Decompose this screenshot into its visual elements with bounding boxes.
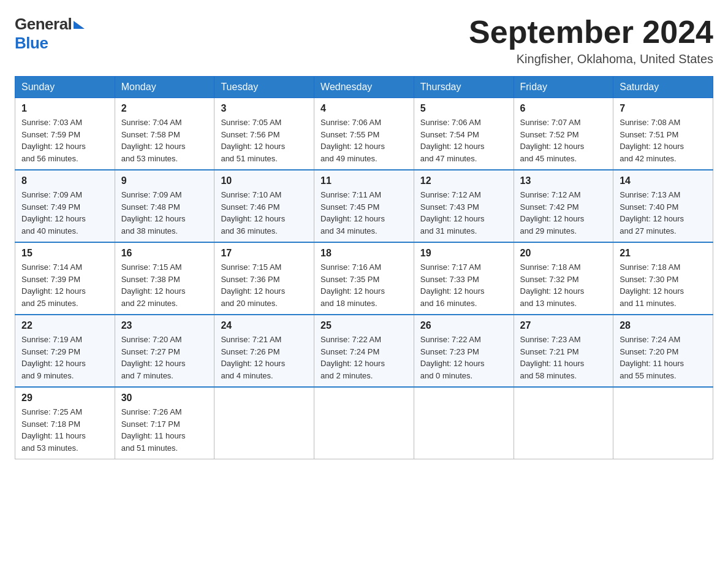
day-info: Sunrise: 7:09 AMSunset: 7:48 PMDaylight:… bbox=[121, 189, 208, 237]
logo: General Blue bbox=[15, 15, 85, 53]
calendar-cell: 3Sunrise: 7:05 AMSunset: 7:56 PMDaylight… bbox=[214, 98, 314, 170]
calendar-cell: 20Sunrise: 7:18 AMSunset: 7:32 PMDayligh… bbox=[514, 242, 613, 315]
calendar-cell: 13Sunrise: 7:12 AMSunset: 7:42 PMDayligh… bbox=[514, 170, 613, 242]
day-number: 16 bbox=[121, 248, 208, 259]
calendar-week-row: 8Sunrise: 7:09 AMSunset: 7:49 PMDaylight… bbox=[15, 170, 713, 242]
calendar-cell bbox=[214, 387, 314, 459]
calendar-cell bbox=[314, 387, 414, 459]
calendar-cell: 8Sunrise: 7:09 AMSunset: 7:49 PMDaylight… bbox=[15, 170, 115, 242]
day-number: 5 bbox=[420, 103, 507, 114]
calendar-week-row: 1Sunrise: 7:03 AMSunset: 7:59 PMDaylight… bbox=[15, 98, 713, 170]
calendar-cell: 6Sunrise: 7:07 AMSunset: 7:52 PMDaylight… bbox=[514, 98, 613, 170]
calendar-cell: 23Sunrise: 7:20 AMSunset: 7:27 PMDayligh… bbox=[115, 315, 214, 387]
calendar-cell: 4Sunrise: 7:06 AMSunset: 7:55 PMDaylight… bbox=[314, 98, 414, 170]
day-number: 13 bbox=[520, 175, 607, 186]
calendar-cell: 1Sunrise: 7:03 AMSunset: 7:59 PMDaylight… bbox=[15, 98, 115, 170]
calendar-cell: 27Sunrise: 7:23 AMSunset: 7:21 PMDayligh… bbox=[514, 315, 613, 387]
calendar-cell: 25Sunrise: 7:22 AMSunset: 7:24 PMDayligh… bbox=[314, 315, 414, 387]
calendar-cell: 19Sunrise: 7:17 AMSunset: 7:33 PMDayligh… bbox=[414, 242, 514, 315]
weekday-header-monday: Monday bbox=[115, 77, 214, 98]
weekday-header-thursday: Thursday bbox=[414, 77, 514, 98]
logo-general-text: General bbox=[15, 15, 72, 34]
day-number: 19 bbox=[420, 248, 507, 259]
calendar-cell: 28Sunrise: 7:24 AMSunset: 7:20 PMDayligh… bbox=[613, 315, 713, 387]
title-area: September 2024 Kingfisher, Oklahoma, Uni… bbox=[469, 15, 713, 66]
day-number: 23 bbox=[121, 320, 208, 331]
day-number: 15 bbox=[21, 248, 108, 259]
day-number: 30 bbox=[121, 393, 208, 404]
day-info: Sunrise: 7:18 AMSunset: 7:30 PMDaylight:… bbox=[620, 261, 707, 309]
calendar-table: SundayMondayTuesdayWednesdayThursdayFrid… bbox=[15, 76, 713, 459]
logo-blue-text: Blue bbox=[15, 34, 48, 52]
day-info: Sunrise: 7:11 AMSunset: 7:45 PMDaylight:… bbox=[320, 189, 408, 237]
calendar-cell: 21Sunrise: 7:18 AMSunset: 7:30 PMDayligh… bbox=[613, 242, 713, 315]
day-number: 25 bbox=[320, 320, 408, 331]
calendar-cell bbox=[613, 387, 713, 459]
day-number: 17 bbox=[221, 248, 308, 259]
day-info: Sunrise: 7:03 AMSunset: 7:59 PMDaylight:… bbox=[21, 117, 108, 164]
day-number: 27 bbox=[520, 320, 607, 331]
page-header: General Blue September 2024 Kingfisher, … bbox=[15, 15, 713, 66]
weekday-header-saturday: Saturday bbox=[613, 77, 713, 98]
day-info: Sunrise: 7:26 AMSunset: 7:17 PMDaylight:… bbox=[121, 406, 208, 454]
day-info: Sunrise: 7:05 AMSunset: 7:56 PMDaylight:… bbox=[221, 117, 308, 164]
day-info: Sunrise: 7:21 AMSunset: 7:26 PMDaylight:… bbox=[221, 334, 308, 381]
weekday-header-wednesday: Wednesday bbox=[314, 77, 414, 98]
day-number: 8 bbox=[21, 175, 108, 186]
weekday-header-tuesday: Tuesday bbox=[214, 77, 314, 98]
day-number: 9 bbox=[121, 175, 208, 186]
day-number: 18 bbox=[320, 248, 408, 259]
weekday-header-friday: Friday bbox=[514, 77, 613, 98]
calendar-week-row: 15Sunrise: 7:14 AMSunset: 7:39 PMDayligh… bbox=[15, 242, 713, 315]
day-number: 24 bbox=[221, 320, 308, 331]
calendar-cell: 30Sunrise: 7:26 AMSunset: 7:17 PMDayligh… bbox=[115, 387, 214, 459]
month-title: September 2024 bbox=[469, 15, 713, 50]
day-number: 4 bbox=[320, 103, 408, 114]
day-info: Sunrise: 7:19 AMSunset: 7:29 PMDaylight:… bbox=[21, 334, 108, 381]
day-info: Sunrise: 7:22 AMSunset: 7:23 PMDaylight:… bbox=[420, 334, 507, 381]
day-info: Sunrise: 7:20 AMSunset: 7:27 PMDaylight:… bbox=[121, 334, 208, 381]
day-info: Sunrise: 7:12 AMSunset: 7:43 PMDaylight:… bbox=[420, 189, 507, 237]
day-info: Sunrise: 7:22 AMSunset: 7:24 PMDaylight:… bbox=[320, 334, 408, 381]
calendar-week-row: 22Sunrise: 7:19 AMSunset: 7:29 PMDayligh… bbox=[15, 315, 713, 387]
calendar-cell: 9Sunrise: 7:09 AMSunset: 7:48 PMDaylight… bbox=[115, 170, 214, 242]
day-info: Sunrise: 7:24 AMSunset: 7:20 PMDaylight:… bbox=[620, 334, 707, 381]
day-info: Sunrise: 7:14 AMSunset: 7:39 PMDaylight:… bbox=[21, 261, 108, 309]
calendar-cell bbox=[414, 387, 514, 459]
day-number: 12 bbox=[420, 175, 507, 186]
day-info: Sunrise: 7:18 AMSunset: 7:32 PMDaylight:… bbox=[520, 261, 607, 309]
day-number: 29 bbox=[21, 393, 108, 404]
day-info: Sunrise: 7:06 AMSunset: 7:54 PMDaylight:… bbox=[420, 117, 507, 164]
day-number: 20 bbox=[520, 248, 607, 259]
weekday-header-row: SundayMondayTuesdayWednesdayThursdayFrid… bbox=[15, 77, 713, 98]
day-info: Sunrise: 7:10 AMSunset: 7:46 PMDaylight:… bbox=[221, 189, 308, 237]
day-number: 28 bbox=[620, 320, 707, 331]
day-info: Sunrise: 7:13 AMSunset: 7:40 PMDaylight:… bbox=[620, 189, 707, 237]
calendar-cell: 10Sunrise: 7:10 AMSunset: 7:46 PMDayligh… bbox=[214, 170, 314, 242]
calendar-cell: 22Sunrise: 7:19 AMSunset: 7:29 PMDayligh… bbox=[15, 315, 115, 387]
calendar-cell: 24Sunrise: 7:21 AMSunset: 7:26 PMDayligh… bbox=[214, 315, 314, 387]
day-number: 6 bbox=[520, 103, 607, 114]
day-number: 10 bbox=[221, 175, 308, 186]
day-info: Sunrise: 7:07 AMSunset: 7:52 PMDaylight:… bbox=[520, 117, 607, 164]
day-info: Sunrise: 7:06 AMSunset: 7:55 PMDaylight:… bbox=[320, 117, 408, 164]
calendar-cell: 16Sunrise: 7:15 AMSunset: 7:38 PMDayligh… bbox=[115, 242, 214, 315]
logo-triangle-icon bbox=[74, 21, 85, 29]
calendar-cell: 26Sunrise: 7:22 AMSunset: 7:23 PMDayligh… bbox=[414, 315, 514, 387]
day-info: Sunrise: 7:12 AMSunset: 7:42 PMDaylight:… bbox=[520, 189, 607, 237]
calendar-cell: 2Sunrise: 7:04 AMSunset: 7:58 PMDaylight… bbox=[115, 98, 214, 170]
day-number: 3 bbox=[221, 103, 308, 114]
weekday-header-sunday: Sunday bbox=[15, 77, 115, 98]
day-number: 1 bbox=[21, 103, 108, 114]
day-info: Sunrise: 7:09 AMSunset: 7:49 PMDaylight:… bbox=[21, 189, 108, 237]
day-info: Sunrise: 7:15 AMSunset: 7:36 PMDaylight:… bbox=[221, 261, 308, 309]
day-info: Sunrise: 7:25 AMSunset: 7:18 PMDaylight:… bbox=[21, 406, 108, 454]
calendar-cell: 15Sunrise: 7:14 AMSunset: 7:39 PMDayligh… bbox=[15, 242, 115, 315]
calendar-week-row: 29Sunrise: 7:25 AMSunset: 7:18 PMDayligh… bbox=[15, 387, 713, 459]
calendar-cell bbox=[514, 387, 613, 459]
day-number: 2 bbox=[121, 103, 208, 114]
calendar-cell: 14Sunrise: 7:13 AMSunset: 7:40 PMDayligh… bbox=[613, 170, 713, 242]
calendar-cell: 29Sunrise: 7:25 AMSunset: 7:18 PMDayligh… bbox=[15, 387, 115, 459]
calendar-cell: 11Sunrise: 7:11 AMSunset: 7:45 PMDayligh… bbox=[314, 170, 414, 242]
calendar-cell: 17Sunrise: 7:15 AMSunset: 7:36 PMDayligh… bbox=[214, 242, 314, 315]
